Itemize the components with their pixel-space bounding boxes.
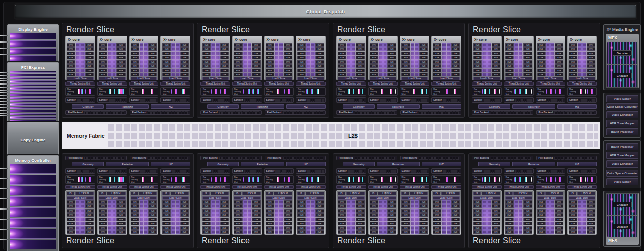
xe-core: Xᵉ-coreXVEXVEXVEXVEXVEXVEXVEXVEXVEXVEXVE… [567,36,597,80]
engine-stripe [10,113,56,115]
xve-cell: XVE [537,209,546,213]
xve-cell: XVE [67,47,75,51]
grid-cell [517,99,518,102]
xe-core-label: Xᵉ-core [131,37,157,42]
load-store-bar: Load / Store [266,196,293,200]
grid-cell [185,99,187,102]
xmx-cell [411,73,415,76]
xmx-cell [216,222,220,225]
ray-tracing-glyphs [442,177,459,182]
xmx-cell [112,209,116,213]
xmx-cell [279,56,283,59]
render-slice-title: Render Slice [336,236,461,245]
thread-sorting-row: Thread Sorting UnitThread Sorting UnitTh… [472,82,597,86]
xmx-cell [519,60,523,64]
xve-group: XVEXVEXVEXVE [569,209,595,217]
grid-cell [487,99,489,102]
xmx-cell [76,47,80,51]
xmx-cell [546,222,550,225]
xve-cell: XVE [401,60,410,64]
xve-cell: XVE [569,230,577,234]
xve-cell: XVE [162,43,171,47]
xmx-cell [514,218,518,221]
grid-cell [485,99,487,102]
glyph-cluster [555,89,563,94]
grid-cell [429,111,432,114]
glyph-cluster [211,177,219,182]
grid-cell [383,99,385,102]
xmx-cell [442,204,446,208]
ray-tracing-glyphs [275,177,292,182]
hiz-bar: HiZ [557,104,597,109]
xve-group: XVEXVEXVEXVE [234,209,261,217]
engine-stripe [10,97,56,99]
grid-cell [223,99,225,102]
xve-row: XVEXVE [537,60,564,64]
pixel-backend-row: Pixel BackendPixel Backend [336,156,461,160]
xve-row: XVEXVE [234,64,261,68]
l1-slm-cache: L1$/SLM [441,192,460,195]
pixel-backend-label: Pixel Backend [474,111,489,114]
grid-cell [357,99,358,102]
xve-row: XVEXVE [234,218,261,221]
xve-cell: XVE [85,43,94,47]
xve-cell: XVE [451,43,460,47]
grid-cell [255,170,257,173]
grid-cell [94,111,97,114]
load-store-bar: Load / Store [99,77,126,80]
xve-cell: XVE [523,56,532,59]
xve-row: XVEXVE [569,69,595,72]
xe-core: Xᵉ-coreXVEXVEXVEXVEXVEXVEXVEXVEXVEXVEXVE… [368,36,398,80]
video-unit: HDR Tone Mapper [606,152,638,159]
xmx-cell [442,43,446,47]
xve-cell: XVE [99,200,107,204]
xve-cell: XVE [433,56,441,59]
ray-tracing-unit: Ray Tracing Unit [472,87,502,96]
cell-grid [307,99,324,102]
xmx-cell [216,64,220,68]
xmx-cell [383,209,387,213]
sampler-label: Sampler [538,99,546,101]
xmx-cell [144,47,148,51]
xve-group: XVEXVEXVEXVE [338,60,365,68]
pci-express-stripes [10,71,56,122]
xmx-cell [140,222,144,225]
xve-cell: XVE [180,73,189,76]
l1-slm-cache: L1$/SLM [75,192,94,195]
grid-cell [454,99,456,102]
grid-cell [419,99,420,102]
cell-grid [554,157,594,160]
xmx-cell [176,213,180,217]
xve-grid: XVEXVEXVEXVEXVEXVEXVEXVEXVEXVEXVEXVEXVEX… [370,200,396,234]
xve-cell: XVE [99,209,107,213]
xmx-cell [211,56,215,59]
xmx-cell [546,60,550,64]
xve-row: XVEXVE [266,218,293,221]
l2-cache-grid: L2$ [108,124,598,147]
ray-tracing-unit: Ray Tracing Unit [400,87,430,96]
sampler-label: Sampler [67,99,76,101]
xve-cell: XVE [387,204,396,208]
xve-cell: XVE [387,64,396,68]
xmx-cell [347,60,351,64]
xve-row: XVEXVE [297,43,324,47]
xve-group: XVEXVEXVEXVE [569,200,595,208]
xve-row: XVEXVE [162,218,189,221]
render-slice-title: Render Slice [200,25,326,34]
grid-cell [91,111,94,114]
xve-cell: XVE [116,200,125,204]
xmx-cell [176,200,180,204]
cell-grid [283,157,323,160]
xmx-cell [140,69,144,72]
pixel-backend: Pixel Backend [400,156,462,160]
xve-cell: XVE [338,60,346,64]
grid-cell [504,111,507,114]
grid-cell [287,157,290,160]
pixel-backend-label: Pixel Backend [539,111,553,114]
xmx-cell [211,47,215,51]
xmx-cell [176,64,180,68]
xve-group: XVEXVEXVEXVE [266,43,293,51]
grid-cell [181,170,183,173]
ray-tracing-unit-label: Ray Tracing Unit [99,88,107,95]
xve-group: XVEXVEXVEXVE [297,60,324,68]
